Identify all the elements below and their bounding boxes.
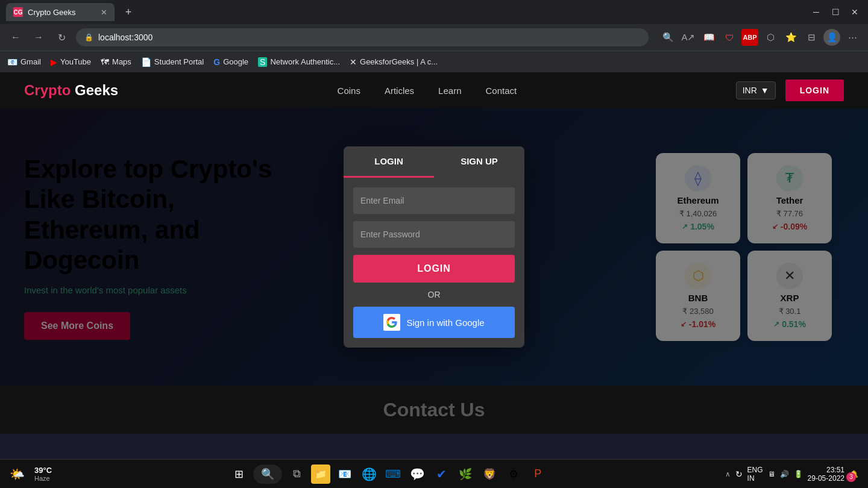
menu-icon[interactable]: ⋯ <box>844 29 861 46</box>
file-explorer-button[interactable]: 📁 <box>311 465 330 484</box>
logo-geeks: Geeks <box>71 82 118 98</box>
footer-contact: Contact Us <box>0 386 868 434</box>
taskbar-center: ⊞ 🔍 ⧉ 📁 📧 🌐 ⌨ 💬 ✔ 🌿 🦁 ⚙ P <box>229 465 547 484</box>
vscode-button[interactable]: ⌨ <box>383 465 403 484</box>
minimize-button[interactable]: ─ <box>809 5 823 19</box>
bookmark-gfg-label: GeeksforGeeks | A c... <box>360 57 438 66</box>
bookmark-youtube[interactable]: ▶ YouTube <box>51 57 91 67</box>
bookmark-network[interactable]: S Network Authentic... <box>258 57 340 67</box>
edge-browser-button[interactable]: 🌐 <box>359 465 379 484</box>
bookmark-student-portal-label: Student Portal <box>154 57 204 66</box>
modal-body: LOGIN OR Sign in with <box>344 178 524 348</box>
url-bar[interactable]: 🔒 localhost:3000 <box>76 28 649 46</box>
vpn-button[interactable]: 🌿 <box>456 465 475 484</box>
login-button[interactable]: LOGIN <box>785 80 844 101</box>
tab-favicon: CG <box>13 7 23 17</box>
sync-icon[interactable]: ↻ <box>735 469 743 479</box>
read-aloud-icon[interactable]: A↗ <box>680 29 697 46</box>
display-icon[interactable]: 🖥 <box>768 470 775 478</box>
network-favicon: S <box>258 57 267 67</box>
profile-icon[interactable]: 👤 <box>823 29 840 46</box>
refresh-button[interactable]: ↻ <box>53 29 70 46</box>
gmail-favicon: 📧 <box>7 57 17 67</box>
bookmark-student-portal[interactable]: 📄 Student Portal <box>141 57 204 67</box>
title-bar: CG Crypto Geeks ✕ + ─ ☐ ✕ <box>0 0 868 24</box>
weather-description: Haze <box>34 475 52 482</box>
mail-button[interactable]: 📧 <box>335 465 354 484</box>
taskbar: 🌤️ 39°C Haze ⊞ 🔍 ⧉ 📁 📧 🌐 ⌨ 💬 ✔ 🌿 🦁 ⚙ P ∧… <box>0 459 868 488</box>
bookmarks-bar: 📧 Gmail ▶ YouTube 🗺 Maps 📄 Student Porta… <box>0 51 868 72</box>
notification-center[interactable]: 🔔 3 <box>849 470 858 478</box>
url-text: localhost:3000 <box>98 33 153 42</box>
gfg-favicon: ✕ <box>350 57 357 67</box>
logo: Crypto Geeks <box>24 82 118 99</box>
whatsapp-button[interactable]: 💬 <box>407 465 427 484</box>
nav-link-contact[interactable]: Contact <box>485 86 517 96</box>
bookmark-geeksforgeeks[interactable]: ✕ GeeksforGeeks | A c... <box>350 57 438 67</box>
speakers-icon[interactable]: 🔊 <box>780 470 789 478</box>
currency-selector[interactable]: INR ▼ <box>736 81 776 99</box>
back-button[interactable]: ← <box>7 29 24 46</box>
nav-link-coins[interactable]: Coins <box>338 86 360 96</box>
nav-right: INR ▼ LOGIN <box>736 80 844 101</box>
nav-links: Coins Articles Learn Contact <box>338 86 517 96</box>
search-taskbar-button[interactable]: 🔍 <box>253 465 282 484</box>
browser-actions: 🔍 A↗ 📖 🛡 ABP ⬡ ⭐ ⊟ 👤 ⋯ <box>659 29 861 46</box>
language-indicator: ENG IN <box>747 466 763 483</box>
forward-button[interactable]: → <box>30 29 47 46</box>
settings-button[interactable]: ⚙ <box>504 465 523 484</box>
temperature: 39°C <box>34 466 52 475</box>
new-tab-button[interactable]: + <box>119 3 137 21</box>
immersive-reader-icon[interactable]: 📖 <box>700 29 717 46</box>
split-screen-icon[interactable]: ⊟ <box>803 29 820 46</box>
address-bar: ← → ↻ 🔒 localhost:3000 🔍 A↗ 📖 🛡 ABP ⬡ ⭐ … <box>0 24 868 51</box>
search-icon[interactable]: 🔍 <box>659 29 676 46</box>
hero-area: Explore top Crypto's Like Bitcoin, Ether… <box>0 108 868 386</box>
date-display: 29-05-2022 <box>808 474 844 483</box>
google-signin-label: Sign in with Google <box>406 318 484 328</box>
navbar: Crypto Geeks Coins Articles Learn Contac… <box>0 72 868 108</box>
bookmark-google[interactable]: G Google <box>213 57 248 67</box>
shield-icon[interactable]: 🛡 <box>721 29 738 46</box>
logo-crypto: Crypto <box>24 82 71 98</box>
show-hidden-icons[interactable]: ∧ <box>725 470 731 478</box>
clock-widget: 23:51 29-05-2022 <box>808 466 844 483</box>
modal-overlay: LOGIN SIGN UP LOGIN OR <box>0 108 868 386</box>
lock-icon: 🔒 <box>84 33 93 42</box>
battery-icon[interactable]: 🔋 <box>794 470 803 478</box>
close-button[interactable]: ✕ <box>848 5 862 19</box>
brave-button[interactable]: 🦁 <box>480 465 499 484</box>
window-controls: ─ ☐ ✕ <box>809 5 862 19</box>
modal-tab-login[interactable]: LOGIN <box>344 146 434 178</box>
password-input[interactable] <box>353 221 515 248</box>
notification-count: 3 <box>846 472 856 482</box>
title-bar-left: CG Crypto Geeks ✕ + <box>6 3 804 21</box>
nav-link-articles[interactable]: Articles <box>385 86 414 96</box>
bookmark-maps[interactable]: 🗺 Maps <box>101 57 131 67</box>
taskbar-right: ∧ ↻ ENG IN 🖥 🔊 🔋 23:51 29-05-2022 🔔 3 <box>725 466 858 483</box>
favorites-icon[interactable]: ⭐ <box>782 29 799 46</box>
extension-icon[interactable]: ⬡ <box>762 29 779 46</box>
taskbar-left: 🌤️ 39°C Haze <box>10 466 52 482</box>
bookmark-gmail-label: Gmail <box>20 57 41 66</box>
google-signin-button[interactable]: Sign in with Google <box>353 307 515 338</box>
nav-link-learn[interactable]: Learn <box>438 86 461 96</box>
adblock-icon[interactable]: ABP <box>741 29 758 46</box>
modal-tabs: LOGIN SIGN UP <box>344 146 524 178</box>
modal-tab-signup[interactable]: SIGN UP <box>434 146 524 178</box>
powerpoint-button[interactable]: P <box>528 465 547 484</box>
task-view-button[interactable]: ⧉ <box>287 465 306 484</box>
login-modal: LOGIN SIGN UP LOGIN OR <box>344 146 524 348</box>
time-display: 23:51 <box>826 466 844 474</box>
currency-label: INR <box>743 86 757 95</box>
bookmark-gmail[interactable]: 📧 Gmail <box>7 57 41 67</box>
browser-tab[interactable]: CG Crypto Geeks ✕ <box>6 3 115 21</box>
restore-button[interactable]: ☐ <box>828 5 843 19</box>
todo-button[interactable]: ✔ <box>432 465 451 484</box>
modal-login-button[interactable]: LOGIN <box>353 255 515 283</box>
tab-close-button[interactable]: ✕ <box>101 8 107 17</box>
maps-favicon: 🗺 <box>101 57 109 67</box>
email-input[interactable] <box>353 187 515 214</box>
contact-title: Contact Us <box>383 399 485 421</box>
start-button[interactable]: ⊞ <box>229 465 248 484</box>
